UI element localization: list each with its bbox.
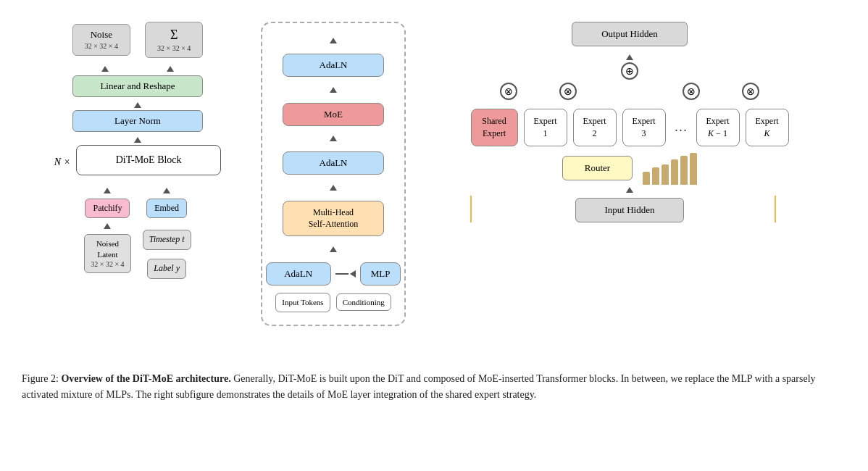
embed-box: Embed (146, 199, 187, 218)
bar3 (662, 164, 669, 185)
otimes2: ⊗ (559, 83, 577, 100)
otimes1: ⊗ (500, 83, 517, 100)
arrow-left (350, 270, 356, 278)
bottom-row: Patchify NoisedLatent 32 × 32 × 4 Embed (84, 186, 191, 278)
expertK1-label: ExpertK − 1 (706, 116, 730, 138)
router-box: Router (562, 156, 633, 180)
timestep-box: Timestep t (143, 230, 191, 250)
right-panel: Output Hidden ⊕ ⊗ ⊗ ⊗ ⊗ SharedExpert Exp… (413, 14, 846, 222)
bottom-left: Patchify NoisedLatent 32 × 32 × 4 (84, 186, 130, 278)
expertK1-box: ExpertK − 1 (696, 109, 740, 146)
noised-latent-label: NoisedLatent (91, 238, 124, 259)
layer-norm-label: Layer Norm (114, 115, 161, 126)
adaln1-box: AdaLN (283, 54, 384, 77)
otimes4: ⊗ (742, 83, 759, 100)
shared-expert-label: SharedExpert (482, 116, 506, 138)
sigma-box: Σ 32 × 32 × 4 (145, 22, 203, 58)
adaln2-box: AdaLN (283, 151, 384, 175)
arrow-noised-up (104, 223, 111, 229)
patchify-box: Patchify (85, 199, 130, 218)
bar-chart (643, 152, 697, 185)
sigma-symbol: Σ (157, 27, 191, 43)
dit-moe-block-box: DiT-MoE Block (76, 145, 221, 175)
adaln1-label: AdaLN (320, 59, 348, 70)
bar4 (671, 159, 678, 185)
mid-arrow5 (330, 246, 337, 252)
expert1-label: Expert1 (534, 116, 557, 138)
label-label: Label y (154, 263, 180, 273)
expertK-label: ExpertK (756, 116, 779, 138)
router-label: Router (585, 162, 610, 173)
multihead-box: Multi-HeadSelf-Attention (283, 201, 384, 237)
noise-label: Noise (85, 29, 118, 41)
caption-bold: Overview of the DiT-MoE architecture. (61, 373, 230, 384)
timestep-label: Timestep t (149, 234, 185, 244)
left-panel: Noise 32 × 32 × 4 Σ 32 × 32 × 4 Linear a… (22, 14, 254, 279)
moe-box: MoE (283, 103, 384, 126)
adaln3-box: AdaLN (266, 262, 331, 285)
arrow-patch-up (104, 188, 111, 193)
mid-arrow2 (330, 87, 337, 93)
right-arrow-top (626, 54, 633, 60)
conditioning-label: Conditioning (343, 298, 385, 307)
caption: Figure 2: Overview of the DiT-MoE archit… (22, 371, 819, 404)
arrow-sigma-up (167, 66, 174, 72)
noised-latent-box: NoisedLatent 32 × 32 × 4 (84, 234, 130, 273)
bar5 (680, 156, 688, 185)
layer-norm-box: Layer Norm (72, 110, 203, 132)
router-row: Router (562, 152, 697, 185)
mid-panel: AdaLN MoE AdaLN Multi-HeadSelf-Attention (261, 22, 406, 326)
input-tokens-box: Input Tokens (275, 293, 330, 312)
noised-size: 32 × 32 × 4 (91, 259, 124, 269)
input-hidden-box: Input Hidden (575, 198, 685, 222)
linear-reshape-label: Linear and Reshape (100, 80, 175, 91)
moe-label: MoE (324, 109, 343, 120)
right-arrow-router (626, 187, 633, 193)
conditioning-box: Conditioning (336, 293, 391, 311)
input-hidden-label: Input Hidden (605, 204, 655, 215)
expert3-box: Expert3 (622, 109, 666, 146)
mid-arrow3 (330, 136, 337, 141)
arrow-ln-up (134, 102, 141, 108)
expertK-box: ExpertK (746, 109, 789, 146)
multihead-label: Multi-HeadSelf-Attention (309, 207, 359, 230)
plus-circle: ⊕ (621, 62, 638, 80)
output-hidden-box: Output Hidden (572, 22, 688, 46)
mid-arrow-top (330, 38, 337, 43)
ops-row: ⊗ ⊗ ⊗ ⊗ (500, 83, 759, 100)
patchify-label: Patchify (93, 203, 122, 213)
bottom-right: Embed Timestep t Label y (143, 186, 191, 278)
shared-expert-box: SharedExpert (471, 109, 518, 146)
input-tokens-label: Input Tokens (282, 298, 323, 307)
mid-bottom-row: Input Tokens Conditioning (270, 293, 397, 312)
mlp-box: MLP (360, 262, 401, 285)
adaln3-label: AdaLN (284, 268, 312, 279)
noise-box: Noise 32 × 32 × 4 (72, 24, 130, 56)
experts-row: SharedExpert Expert1 Expert2 Expert3 … E… (471, 109, 789, 146)
dit-moe-label: DiT-MoE Block (116, 154, 182, 165)
arrow-embed-up (163, 188, 170, 193)
dots: … (672, 120, 690, 135)
expert2-label: Expert2 (583, 116, 606, 138)
n-times-label: N × (54, 157, 70, 168)
noise-size: 32 × 32 × 4 (85, 41, 118, 51)
adaln2-label: AdaLN (320, 157, 348, 168)
expert3-label: Expert3 (633, 116, 656, 138)
arrow-block-up (134, 137, 141, 143)
output-hidden-label: Output Hidden (601, 28, 658, 39)
diagram-area: Noise 32 × 32 × 4 Σ 32 × 32 × 4 Linear a… (22, 14, 846, 362)
mid-arrow4 (330, 185, 337, 191)
arrow-noise-up (101, 66, 109, 72)
bar1 (643, 172, 650, 185)
expert2-box: Expert2 (573, 109, 617, 146)
embed-label: Embed (154, 203, 179, 213)
caption-prefix: Figure 2: (22, 373, 61, 384)
bar2 (652, 167, 659, 185)
mlp-label: MLP (371, 268, 391, 279)
page: Noise 32 × 32 × 4 Σ 32 × 32 × 4 Linear a… (0, 0, 868, 471)
left-arrow-line (335, 273, 349, 275)
label-box: Label y (147, 259, 186, 279)
otimes3: ⊗ (683, 83, 700, 100)
top-row: Noise 32 × 32 × 4 Σ 32 × 32 × 4 (72, 22, 204, 58)
bar6 (690, 153, 697, 185)
